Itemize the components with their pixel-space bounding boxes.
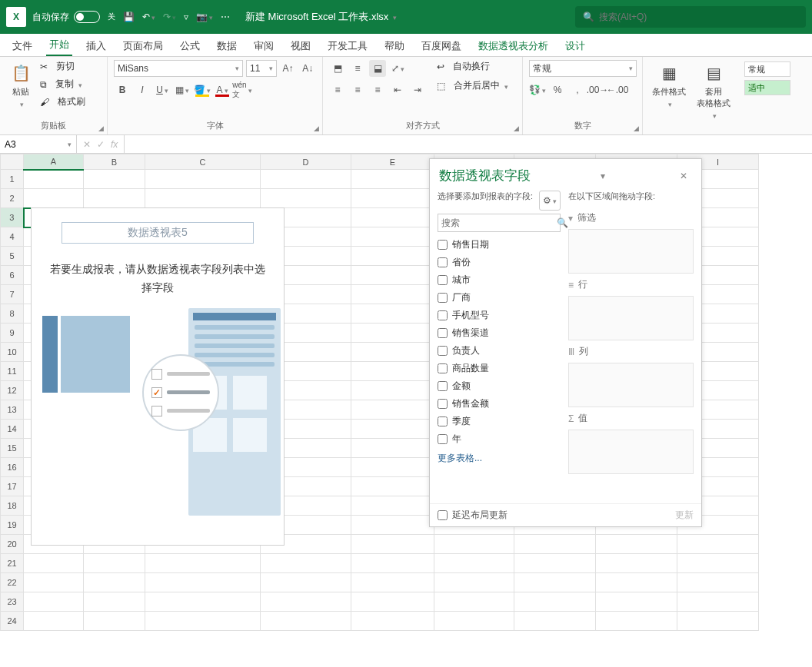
phonetic-button[interactable]: wén文 (234, 81, 251, 98)
cell-B24[interactable] (84, 612, 145, 631)
cell-B21[interactable] (84, 554, 145, 573)
row-drop-zone[interactable] (568, 296, 694, 340)
field-销售日期[interactable]: 销售日期 (438, 238, 561, 251)
fx-icon[interactable]: fx (111, 139, 118, 150)
row-4[interactable]: 4 (1, 227, 24, 247)
row-22[interactable]: 22 (1, 573, 24, 592)
cell-A24[interactable] (24, 612, 84, 631)
row-10[interactable]: 10 (1, 343, 24, 362)
cell-E9[interactable] (351, 324, 434, 343)
field-手机型号[interactable]: 手机型号 (438, 309, 561, 322)
cell-E10[interactable] (351, 343, 434, 362)
more-tables-link[interactable]: 更多表格... (438, 452, 561, 465)
tab-文件[interactable]: 文件 (9, 35, 35, 56)
cell-C2[interactable] (145, 189, 261, 208)
row-17[interactable]: 17 (1, 477, 24, 496)
undo-icon[interactable]: ↶ (142, 12, 155, 22)
cell-C23[interactable] (145, 592, 261, 612)
cell-C21[interactable] (145, 554, 261, 573)
cell-E20[interactable] (351, 535, 434, 554)
format-painter-button[interactable]: 🖌 格式刷 (40, 95, 85, 108)
cell-D2[interactable] (261, 189, 351, 208)
merge-button[interactable]: ⬚ 合并后居中 (437, 79, 508, 92)
field-search-input[interactable] (441, 217, 557, 228)
cell-G21[interactable] (514, 554, 596, 573)
cell-E11[interactable] (351, 362, 434, 381)
cell-F20[interactable] (434, 535, 514, 554)
field-城市[interactable]: 城市 (438, 274, 561, 287)
cell-A23[interactable] (24, 592, 84, 612)
cell-G24[interactable] (514, 612, 596, 631)
font-size-combo[interactable]: 11▾ (246, 60, 277, 77)
cell-G22[interactable] (514, 573, 596, 592)
cell-D24[interactable] (261, 612, 351, 631)
cell-I21[interactable] (677, 554, 759, 573)
row-18[interactable]: 18 (1, 496, 24, 516)
cell-C22[interactable] (145, 573, 261, 592)
align-top-button[interactable]: ⬒ (329, 60, 346, 77)
cell-style-ok[interactable]: 适中 (744, 80, 790, 95)
qat-more[interactable]: ⋯ (221, 12, 230, 22)
row-12[interactable]: 12 (1, 381, 24, 400)
field-销售金额[interactable]: 销售金额 (438, 397, 561, 410)
row-19[interactable]: 19 (1, 516, 24, 535)
row-23[interactable]: 23 (1, 592, 24, 612)
val-drop-zone[interactable] (568, 430, 694, 474)
align-bottom-button[interactable]: ⬓ (369, 60, 386, 77)
italic-button[interactable]: I (134, 81, 151, 98)
name-box-input[interactable] (5, 139, 58, 150)
cell-H22[interactable] (596, 573, 677, 592)
row-9[interactable]: 9 (1, 324, 24, 343)
clipboard-launcher[interactable]: ◢ (98, 124, 104, 132)
row-21[interactable]: 21 (1, 554, 24, 573)
row-8[interactable]: 8 (1, 304, 24, 324)
name-box[interactable]: ▾ (0, 135, 77, 153)
field-年[interactable]: 年 (438, 433, 561, 446)
cell-F22[interactable] (434, 573, 514, 592)
percent-button[interactable]: % (549, 81, 566, 98)
cell-I22[interactable] (677, 573, 759, 592)
cell-E2[interactable] (351, 189, 434, 208)
formula-input[interactable] (125, 135, 812, 153)
font-launcher[interactable]: ◢ (314, 124, 319, 132)
row-24[interactable]: 24 (1, 612, 24, 631)
row-5[interactable]: 5 (1, 247, 24, 266)
cell-D23[interactable] (261, 592, 351, 612)
align-left-button[interactable]: ≡ (329, 81, 346, 98)
save-icon[interactable]: 💾 (123, 12, 135, 22)
tab-帮助[interactable]: 帮助 (381, 35, 408, 56)
tab-开始[interactable]: 开始 (46, 33, 72, 56)
cell-E1[interactable] (351, 170, 434, 189)
align-middle-button[interactable]: ≡ (349, 60, 366, 77)
cell-E19[interactable] (351, 516, 434, 535)
filter-drop-zone[interactable] (568, 229, 694, 274)
cell-style-normal[interactable]: 常规 (744, 61, 790, 77)
outdent-button[interactable]: ⇤ (389, 81, 406, 98)
redo-icon[interactable]: ↷ (163, 12, 176, 22)
cond-format-button[interactable]: ▦条件格式 (649, 60, 689, 110)
bold-button[interactable]: B (114, 81, 131, 98)
cell-E5[interactable] (351, 247, 434, 266)
col-A[interactable]: A (24, 154, 84, 170)
cell-H23[interactable] (596, 592, 677, 612)
tab-视图[interactable]: 视图 (288, 35, 314, 56)
dec-decimal-button[interactable]: ←.00 (609, 81, 626, 98)
tab-审阅[interactable]: 审阅 (251, 35, 277, 56)
field-pane-dropdown-icon[interactable]: ▾ (596, 171, 610, 181)
field-季度[interactable]: 季度 (438, 415, 561, 428)
tab-开发工具[interactable]: 开发工具 (324, 35, 371, 56)
underline-button[interactable]: U (154, 81, 171, 98)
cell-B23[interactable] (84, 592, 145, 612)
camera-icon[interactable]: 📷 (196, 12, 213, 22)
fill-color-button[interactable]: 🪣 (194, 81, 211, 98)
number-launcher[interactable]: ◢ (634, 124, 639, 132)
field-负责人[interactable]: 负责人 (438, 344, 561, 357)
search-input[interactable] (599, 12, 798, 22)
cell-I24[interactable] (677, 612, 759, 631)
tab-公式[interactable]: 公式 (177, 35, 203, 56)
cell-E18[interactable] (351, 496, 434, 516)
field-省份[interactable]: 省份 (438, 256, 561, 269)
cell-D21[interactable] (261, 554, 351, 573)
col-E[interactable]: E (351, 154, 434, 170)
row-11[interactable]: 11 (1, 362, 24, 381)
